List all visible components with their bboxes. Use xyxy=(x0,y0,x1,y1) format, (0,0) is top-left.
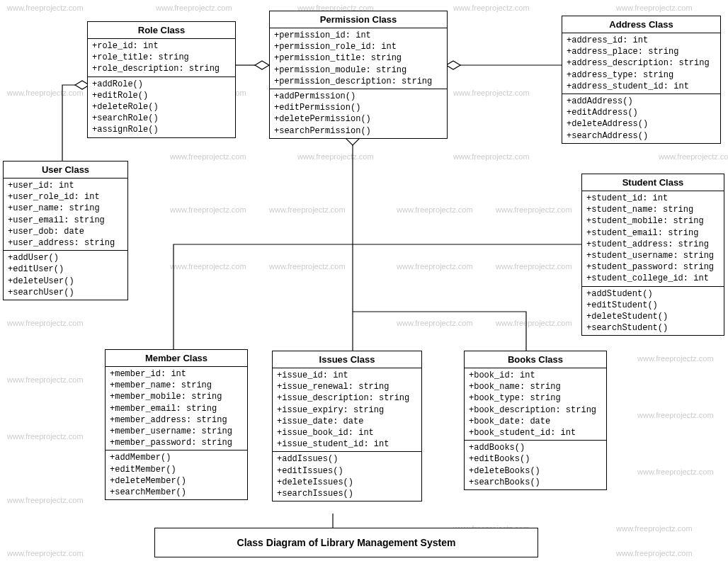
watermark: www.freeprojectz.com xyxy=(453,152,530,161)
student-title: Student Class xyxy=(582,174,724,191)
watermark: www.freeprojectz.com xyxy=(637,354,714,363)
role-class: Role Class +role_id: int+role_title: str… xyxy=(87,21,236,138)
issues-attrs: +issue_id: int+issue_renewal: string+iss… xyxy=(273,368,421,452)
issues-class: Issues Class +issue_id: int+issue_renewa… xyxy=(272,351,422,502)
watermark: www.freeprojectz.com xyxy=(269,262,346,271)
watermark: www.freeprojectz.com xyxy=(616,549,693,557)
student-class: Student Class +student_id: int+student_n… xyxy=(581,174,724,336)
watermark: www.freeprojectz.com xyxy=(637,468,714,476)
permission-ops: +addPermission()+editPermission()+delete… xyxy=(270,89,447,138)
watermark: www.freeprojectz.com xyxy=(496,319,572,327)
watermark: www.freeprojectz.com xyxy=(616,4,693,12)
books-attrs: +book_id: int+book_name: string+book_typ… xyxy=(465,368,606,441)
user-attrs: +user_id: int+user_role_id: int+user_nam… xyxy=(4,178,127,251)
role-title: Role Class xyxy=(88,22,235,39)
watermark: www.freeprojectz.com xyxy=(496,205,572,214)
watermark: www.freeprojectz.com xyxy=(453,4,530,12)
watermark: www.freeprojectz.com xyxy=(7,496,84,504)
watermark: www.freeprojectz.com xyxy=(297,152,374,161)
watermark: www.freeprojectz.com xyxy=(170,152,246,161)
address-title: Address Class xyxy=(562,16,720,33)
svg-marker-1 xyxy=(255,61,269,69)
student-attrs: +student_id: int+student_name: string+st… xyxy=(582,191,724,287)
member-class: Member Class +member_id: int+member_name… xyxy=(105,349,248,500)
permission-class: Permission Class +permission_id: int+per… xyxy=(269,11,448,139)
watermark: www.freeprojectz.com xyxy=(156,4,232,12)
user-class: User Class +user_id: int+user_role_id: i… xyxy=(3,161,128,300)
watermark: www.freeprojectz.com xyxy=(7,4,84,12)
issues-title: Issues Class xyxy=(273,351,421,368)
books-title: Books Class xyxy=(465,351,606,368)
watermark: www.freeprojectz.com xyxy=(397,205,473,214)
watermark: www.freeprojectz.com xyxy=(7,375,84,384)
watermark: www.freeprojectz.com xyxy=(7,89,84,97)
role-attrs: +role_id: int+role_title: string+role_de… xyxy=(88,39,235,77)
watermark: www.freeprojectz.com xyxy=(7,432,84,441)
address-ops: +addAddress()+editAddress()+deleteAddres… xyxy=(562,94,720,143)
address-attrs: +address_id: int+address_place: string+a… xyxy=(562,33,720,94)
permission-attrs: +permission_id: int+permission_role_id: … xyxy=(270,28,447,89)
watermark: www.freeprojectz.com xyxy=(7,549,84,557)
member-title: Member Class xyxy=(106,350,247,367)
books-ops: +addBooks()+editBooks()+deleteBooks()+se… xyxy=(465,441,606,489)
student-ops: +addStudent()+editStudent()+deleteStuden… xyxy=(582,287,724,336)
watermark: www.freeprojectz.com xyxy=(496,262,572,271)
member-attrs: +member_id: int+member_name: string+memb… xyxy=(106,367,247,450)
watermark: www.freeprojectz.com xyxy=(659,152,728,161)
diagram-title-box: Class Diagram of Library Management Syst… xyxy=(154,528,538,557)
issues-ops: +addIssues()+editIssues()+deleteIssues()… xyxy=(273,452,421,501)
permission-title: Permission Class xyxy=(270,11,447,28)
member-ops: +addMember()+editMember()+deleteMember()… xyxy=(106,450,247,499)
diagram-title: Class Diagram of Library Management Syst… xyxy=(237,537,456,548)
watermark: www.freeprojectz.com xyxy=(7,319,84,327)
watermark: www.freeprojectz.com xyxy=(397,319,473,327)
role-ops: +addRole()+editRole()+deleteRole()+searc… xyxy=(88,77,235,137)
svg-marker-2 xyxy=(446,61,460,69)
watermark: www.freeprojectz.com xyxy=(397,262,473,271)
books-class: Books Class +book_id: int+book_name: str… xyxy=(464,351,607,490)
watermark: www.freeprojectz.com xyxy=(453,89,530,97)
watermark: www.freeprojectz.com xyxy=(269,205,346,214)
user-title: User Class xyxy=(4,162,127,178)
watermark: www.freeprojectz.com xyxy=(170,205,246,214)
watermark: www.freeprojectz.com xyxy=(637,411,714,419)
address-class: Address Class +address_id: int+address_p… xyxy=(562,16,721,144)
watermark: www.freeprojectz.com xyxy=(616,524,693,533)
watermark: www.freeprojectz.com xyxy=(170,262,246,271)
user-ops: +addUser()+editUser()+deleteUser()+searc… xyxy=(4,251,127,300)
